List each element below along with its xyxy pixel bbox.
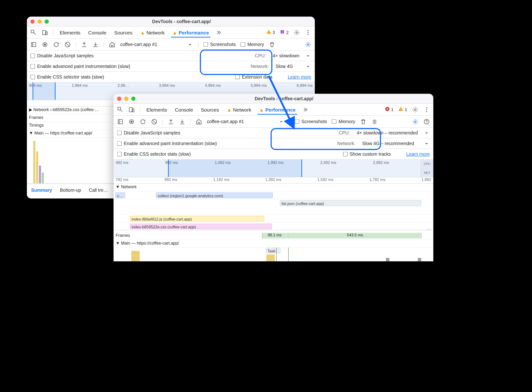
issues-info-badge[interactable]: 2 [280,29,289,36]
details-tab-calltree[interactable]: Call tre… [89,187,108,193]
network-bar[interactable]: list.json (coffee-cart.app) [280,200,421,206]
show-custom-tracks-checkbox[interactable]: Show custom tracks [343,151,391,157]
zoom-traffic-light[interactable] [131,97,136,101]
zoom-traffic-light[interactable] [45,19,49,23]
main-track-label[interactable]: ▼ Main — https://coffee-cart.app/ [29,131,93,136]
gc-icon[interactable] [360,118,367,125]
inspect-icon[interactable] [117,106,124,113]
frame-bar[interactable]: 543.5 ms [288,233,422,238]
overview-timeline[interactable]: 492 ms 992 ms 1,492 ms 1,992 ms 2,492 ms… [114,160,433,177]
capture-select[interactable]: coffee-cart.app #1 [120,42,157,47]
frame-bar[interactable]: 88.1 ms [262,233,287,238]
settings-gear-icon[interactable] [294,29,300,36]
tab-performance[interactable]: ▲Performance [171,27,210,37]
download-icon[interactable] [93,41,99,48]
disable-js-samples-checkbox[interactable]: Disable JavaScript samples [117,130,180,136]
overview-tick: 2,992 ms [373,160,389,165]
timings-track-label[interactable]: Timings [29,123,44,128]
details-tab-bottomup[interactable]: Bottom-up [60,187,81,193]
settings-gear-icon[interactable] [412,106,419,113]
tab-network[interactable]: ▲Network [225,104,253,114]
capture-caret-icon[interactable] [187,41,193,48]
ruler-tick: 1,192 ms [213,177,229,183]
network-bar[interactable]: collect (region1.google-analytics.com) [156,192,273,198]
paint-instrumentation-checkbox[interactable]: Enable advanced paint instrumentation (s… [30,64,130,69]
network-bar[interactable]: index-8bfa4912.js (coffee-cart.app) [130,216,264,221]
tab-console[interactable]: Console [174,104,194,114]
ruler-tick: 792 ms [116,177,129,183]
issues-err-badge[interactable]: 1 [385,107,393,113]
minimize-traffic-light[interactable] [124,97,129,101]
paint-instrumentation-checkbox[interactable]: Enable advanced paint instrumentation (s… [117,141,217,146]
network-track-label[interactable]: ▼ Network [116,184,137,189]
tab-performance[interactable]: ▲Performance [258,104,297,114]
devtools-tabbar: Elements Console Sources ▲Network ▲Perfo… [114,104,433,116]
cpu-throttle-select[interactable]: CPU: 4× slowdown – recommended [339,130,430,136]
extension-data-checkbox[interactable]: Extension data [235,74,272,80]
overview-tick: 3,994 ms [159,83,175,88]
network-bar[interactable]: index-b859522e.css (coffee-cart.app) [130,224,272,229]
issues-warn-badge[interactable]: 3 [266,29,275,36]
caret-down-icon [305,63,311,70]
frames-track-label[interactable]: Frames [29,115,43,120]
close-traffic-light[interactable] [117,97,121,101]
capture-settings-gear-icon[interactable] [305,41,311,48]
reload-record-icon[interactable] [140,118,146,125]
network-throttle-select[interactable]: Network: Slow 4G – recommended [337,140,430,147]
main-flame-chart[interactable]: Task DCLFCP LCP [114,248,433,261]
screenshots-checkbox[interactable]: Screenshots [295,119,327,124]
download-icon[interactable] [179,118,185,125]
reload-record-icon[interactable] [53,41,60,48]
clear-icon[interactable] [151,118,157,125]
tab-console[interactable]: Console [87,27,108,37]
network-throttle-select[interactable]: Network: Slow 4G [251,63,311,70]
help-icon[interactable] [424,118,430,125]
device-toolbar-icon[interactable] [129,106,135,113]
learn-more-link[interactable]: Learn more [288,74,311,80]
record-icon[interactable] [129,118,135,125]
upload-icon[interactable] [81,41,88,48]
capture-settings-gear-icon[interactable] [412,118,419,125]
screenshots-checkbox[interactable]: Screenshots [204,42,236,47]
kebab-menu-icon[interactable] [424,106,430,113]
record-icon[interactable] [42,41,48,48]
window-title: DevTools - coffee-cart.app/ [52,19,311,24]
memory-checkbox[interactable]: Memory [332,119,355,124]
cpu-throttle-select[interactable]: CPU: 4× slowdown [255,53,311,59]
details-tab-summary[interactable]: Summary [31,187,52,193]
tab-sources[interactable]: Sources [199,104,221,114]
flame-chart-area[interactable]: 792 ms 992 ms 1,192 ms 1,392 ms 1,592 ms… [114,177,433,261]
inspect-icon[interactable] [30,29,37,36]
issues-warn-badge[interactable]: 1 [398,107,407,113]
learn-more-link[interactable]: Learn more [406,151,430,157]
tab-elements[interactable]: Elements [59,27,82,37]
tab-network[interactable]: ▲Network [139,27,166,37]
home-icon[interactable] [109,41,115,48]
network-bar[interactable]: co… [115,192,125,198]
kebab-menu-icon[interactable] [305,29,311,36]
tab-sources[interactable]: Sources [113,27,134,37]
more-tabs-icon[interactable] [215,29,222,36]
memory-checkbox[interactable]: Memory [241,42,264,47]
gc-icon[interactable] [269,41,275,48]
minimize-traffic-light[interactable] [37,19,42,23]
css-selector-stats-checkbox[interactable]: Enable CSS selector stats (slow) [117,151,191,157]
capture-select[interactable]: coffee-cart.app #1 [207,119,244,124]
css-selector-stats-checkbox[interactable]: Enable CSS selector stats (slow) [30,74,104,80]
toggle-drawer-icon[interactable] [30,41,37,48]
home-icon[interactable] [196,118,202,125]
capture-caret-icon[interactable] [278,118,284,125]
upload-icon[interactable] [168,118,174,125]
tab-elements[interactable]: Elements [145,104,169,114]
network-track-label[interactable]: ▶ Network ‹-b859522e.css (coffee-… [29,107,99,112]
task-bar[interactable]: Task [266,248,281,253]
shortcuts-icon[interactable] [372,118,378,125]
more-tabs-icon[interactable] [302,106,308,113]
disable-js-samples-checkbox[interactable]: Disable JavaScript samples [30,53,94,59]
clear-icon[interactable] [64,41,71,48]
close-traffic-light[interactable] [30,19,35,23]
devtools-tabbar: Elements Console Sources ▲Network ▲Perfo… [27,27,315,39]
main-track-label[interactable]: ▼ Main — https://coffee-cart.app/ [116,241,179,246]
device-toolbar-icon[interactable] [42,29,48,36]
toggle-drawer-icon[interactable] [117,118,124,125]
